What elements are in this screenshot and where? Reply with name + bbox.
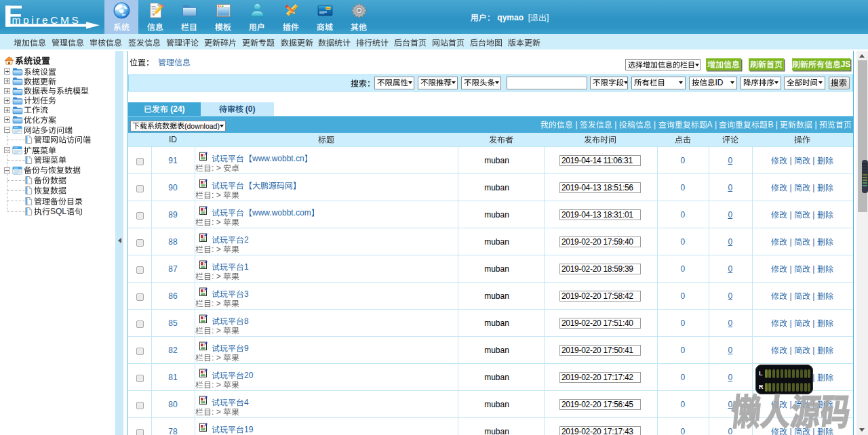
svg-text:mpireCMS: mpireCMS bbox=[12, 14, 81, 26]
